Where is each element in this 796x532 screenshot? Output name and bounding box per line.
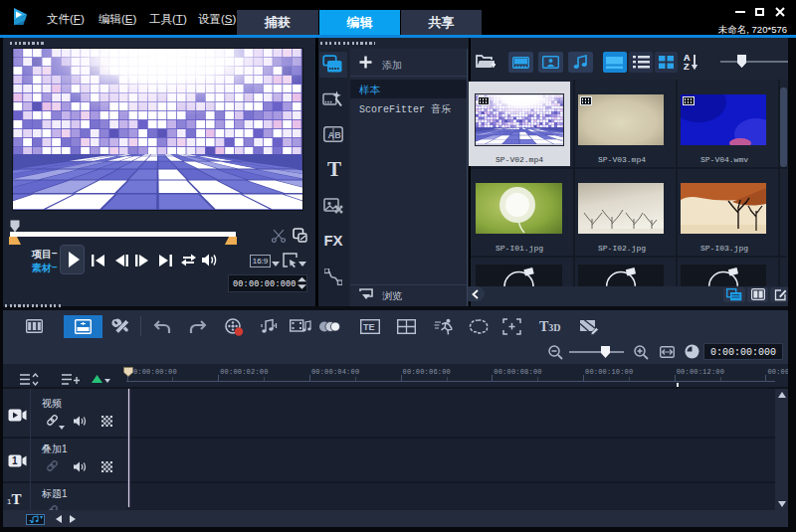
svg-text:Z: Z xyxy=(684,62,690,71)
svg-text:TE: TE xyxy=(363,322,375,332)
svg-text:1: 1 xyxy=(12,455,18,466)
svg-text:B: B xyxy=(334,130,341,140)
